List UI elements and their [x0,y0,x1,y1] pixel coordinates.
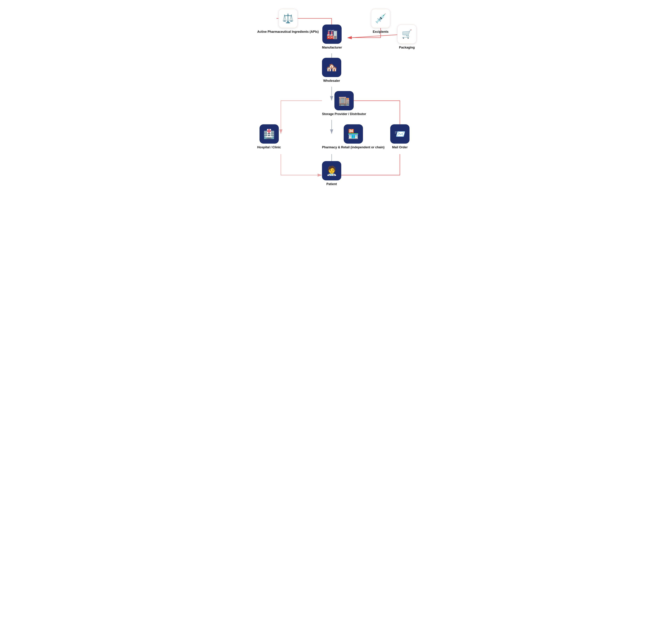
node-wholesaler: 🏘️ Wholesaler [322,58,341,83]
node-hospital: 🏥 Hospital / Clinic [257,124,281,149]
wholesaler-label: Wholesaler [323,79,340,83]
manufacturer-icon: 🏭 [326,29,338,40]
pharmacy-icon-box: 🏪 [344,124,363,144]
packaging-icon: 🛒 [402,29,412,39]
api-icon-box: ⚖️ [278,9,298,28]
packaging-icon-box: 🛒 [397,25,416,44]
mailorder-icon: 📨 [394,129,406,139]
node-pharmacy: 🏪 Pharmacy & Retail (independent or chai… [322,124,384,149]
excipients-label: Excipients [373,30,388,34]
node-storage: 🏬 Storage Provider / Distributor [322,91,366,116]
node-packaging: 🛒 Packaging [397,25,416,49]
hospital-label: Hospital / Clinic [257,145,281,149]
hospital-icon: 🏥 [263,129,275,139]
pharmacy-icon: 🏪 [347,129,359,139]
diagram-container: ⚖️ Active Pharmaceutical Ingredients (AP… [252,7,420,200]
patient-icon: 🧑‍⚕️ [326,166,337,176]
excipients-icon-box: 💉 [371,9,390,28]
storage-icon-box: 🏬 [334,91,354,110]
excipients-icon: 💉 [375,13,386,24]
api-icon: ⚖️ [282,13,294,24]
mailorder-label: Mail Order [392,145,408,149]
pharmacy-label: Pharmacy & Retail (independent or chain) [322,145,384,149]
patient-icon-box: 🧑‍⚕️ [322,161,341,180]
hospital-icon-box: 🏥 [260,124,279,144]
manufacturer-label: Manufacturer [322,45,342,49]
patient-label: Patient [326,182,337,186]
manufacturer-icon-box: 🏭 [322,25,342,44]
packaging-label: Packaging [399,45,415,49]
node-api: ⚖️ Active Pharmaceutical Ingredients (AP… [257,9,319,34]
storage-icon: 🏬 [338,96,350,106]
node-manufacturer: 🏭 Manufacturer [322,25,342,49]
wholesaler-icon-box: 🏘️ [322,58,341,77]
node-mailorder: 📨 Mail Order [390,124,410,149]
storage-label: Storage Provider / Distributor [322,112,366,116]
api-label: Active Pharmaceutical Ingredients (APIs) [257,30,319,34]
wholesaler-icon: 🏘️ [326,62,337,73]
mailorder-icon-box: 📨 [390,124,410,144]
node-patient: 🧑‍⚕️ Patient [322,161,341,186]
node-excipients: 💉 Excipients [371,9,390,34]
